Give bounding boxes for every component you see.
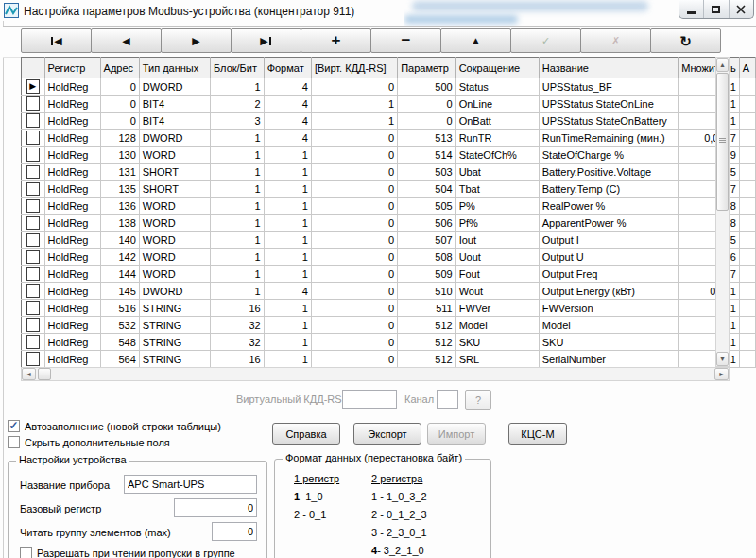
hide-fields-checkbox[interactable]: [8, 436, 20, 448]
prior-record-button[interactable]: ◀: [91, 28, 162, 53]
grid-cell[interactable]: [739, 300, 755, 317]
row-selector-cell[interactable]: [22, 181, 45, 198]
grid-cell[interactable]: HoldReg: [44, 334, 100, 351]
grid-cell[interactable]: 1: [264, 249, 311, 266]
grid-cell[interactable]: 1: [211, 181, 265, 198]
grid-cell[interactable]: [739, 164, 755, 181]
grid-cell[interactable]: 0: [311, 351, 397, 368]
grid-cell[interactable]: Tbat: [455, 181, 539, 198]
grid-cell[interactable]: 1: [264, 334, 311, 351]
row-selector-cell[interactable]: [22, 164, 45, 181]
grid-cell[interactable]: HoldReg: [44, 300, 100, 317]
grid-cell[interactable]: OnBatt: [455, 113, 539, 130]
vertical-scrollbar[interactable]: ▲ ▼: [715, 57, 730, 367]
kcsm-button[interactable]: КЦС-М: [508, 423, 567, 445]
grid-cell[interactable]: 0: [311, 164, 397, 181]
grid-cell[interactable]: 504: [398, 181, 456, 198]
grid-cell[interactable]: SKU: [539, 334, 678, 351]
grid-cell[interactable]: RunTR: [455, 130, 539, 147]
grid-cell[interactable]: HoldReg: [44, 317, 100, 334]
grid-cell[interactable]: 511: [398, 300, 456, 317]
grid-cell[interactable]: WORD: [139, 147, 210, 164]
grid-cell[interactable]: [739, 266, 755, 283]
grid-cell[interactable]: 131: [100, 164, 139, 181]
grid-cell[interactable]: WORD: [139, 249, 210, 266]
vertical-scroll-thumb[interactable]: [716, 73, 729, 211]
grid-cell[interactable]: 510: [398, 283, 456, 300]
grid-cell[interactable]: 0,001: [679, 283, 740, 300]
grid-cell[interactable]: 1: [211, 266, 265, 283]
grid-cell[interactable]: 505: [398, 198, 456, 215]
device-name-input[interactable]: [124, 475, 257, 494]
grid-cell[interactable]: HoldReg: [44, 113, 100, 130]
grid-cell[interactable]: DWORD: [139, 130, 210, 147]
edit-record-button[interactable]: ▲: [440, 28, 511, 53]
grid-cell[interactable]: 507: [398, 232, 456, 249]
insert-record-button[interactable]: +: [301, 28, 371, 53]
grid-cell[interactable]: HoldReg: [44, 249, 100, 266]
grid-cell[interactable]: 503: [398, 164, 456, 181]
grid-cell[interactable]: 0: [398, 96, 456, 113]
row-selector-cell[interactable]: [22, 198, 45, 215]
grid-cell[interactable]: 0: [311, 249, 397, 266]
grid-cell[interactable]: 9: [679, 147, 740, 164]
grid-cell[interactable]: 506: [398, 215, 456, 232]
help-question-button[interactable]: ?: [465, 390, 491, 410]
cancel-edit-button[interactable]: ✗: [580, 28, 651, 53]
grid-cell[interactable]: WORD: [139, 266, 210, 283]
grid-cell[interactable]: 0: [311, 147, 397, 164]
grid-cell[interactable]: 516: [100, 300, 139, 317]
grid-cell[interactable]: Output U: [539, 249, 678, 266]
grid-cell[interactable]: 0: [311, 300, 397, 317]
grid-cell[interactable]: 0: [311, 232, 397, 249]
grid-cell[interactable]: STRING: [139, 334, 210, 351]
grid-cell[interactable]: 0: [311, 283, 397, 300]
grid-cell[interactable]: UPSStatus StateOnBattery: [539, 113, 678, 130]
grid-cell[interactable]: 32: [211, 334, 265, 351]
minimize-button[interactable]: [679, 0, 704, 18]
grid-cell[interactable]: 0: [100, 78, 139, 96]
grid-cell[interactable]: 1: [311, 113, 397, 130]
grid-cell[interactable]: HoldReg: [44, 78, 100, 96]
first-record-button[interactable]: ◀: [21, 28, 92, 53]
grid-cell[interactable]: 1: [211, 249, 265, 266]
grid-cell[interactable]: [739, 334, 755, 351]
maximize-button[interactable]: [704, 0, 729, 18]
grid-cell[interactable]: HoldReg: [44, 283, 100, 300]
close-button[interactable]: [730, 0, 753, 18]
grid-cell[interactable]: [739, 249, 755, 266]
allow-gaps-checkbox[interactable]: [20, 547, 32, 558]
grid-cell[interactable]: 4: [264, 78, 311, 96]
grid-cell[interactable]: [739, 113, 755, 130]
grid-cell[interactable]: 532: [100, 317, 139, 334]
grid-cell[interactable]: 128: [100, 130, 139, 147]
scroll-left-button[interactable]: ◄: [22, 368, 36, 380]
grid-cell[interactable]: 1: [264, 215, 311, 232]
grid-cell[interactable]: 16: [211, 300, 265, 317]
grid-cell[interactable]: Iout: [455, 232, 539, 249]
post-edit-button[interactable]: ✓: [510, 28, 581, 53]
grid-cell[interactable]: Battery.Positive.Voltage: [539, 164, 678, 181]
grid-cell[interactable]: 1: [679, 351, 740, 368]
grid-cell[interactable]: BIT4: [139, 113, 210, 130]
grid-cell[interactable]: 0: [311, 78, 397, 96]
grid-cell[interactable]: 1: [679, 96, 740, 113]
grid-cell[interactable]: OnLine: [455, 96, 539, 113]
grid-cell[interactable]: HoldReg: [44, 181, 100, 198]
scroll-up-button[interactable]: ▲: [716, 58, 729, 72]
grid-cell[interactable]: 7: [679, 181, 740, 198]
grid-cell[interactable]: 1: [264, 317, 311, 334]
row-selector-cell[interactable]: [22, 266, 45, 283]
grid-cell[interactable]: 512: [398, 351, 456, 368]
grid-cell[interactable]: StateOfCharge %: [539, 147, 678, 164]
grid-cell[interactable]: 0: [311, 266, 397, 283]
grid-cell[interactable]: [739, 215, 755, 232]
base-register-input[interactable]: [174, 498, 257, 517]
channel-input[interactable]: [437, 390, 458, 409]
grid-cell[interactable]: 0: [311, 215, 397, 232]
grid-cell[interactable]: Battery.Temp (C): [539, 181, 678, 198]
grid-cell[interactable]: 1: [211, 78, 265, 96]
grid-cell[interactable]: 512: [398, 317, 456, 334]
grid-cell[interactable]: 2: [211, 96, 265, 113]
grid-cell[interactable]: WORD: [139, 215, 210, 232]
